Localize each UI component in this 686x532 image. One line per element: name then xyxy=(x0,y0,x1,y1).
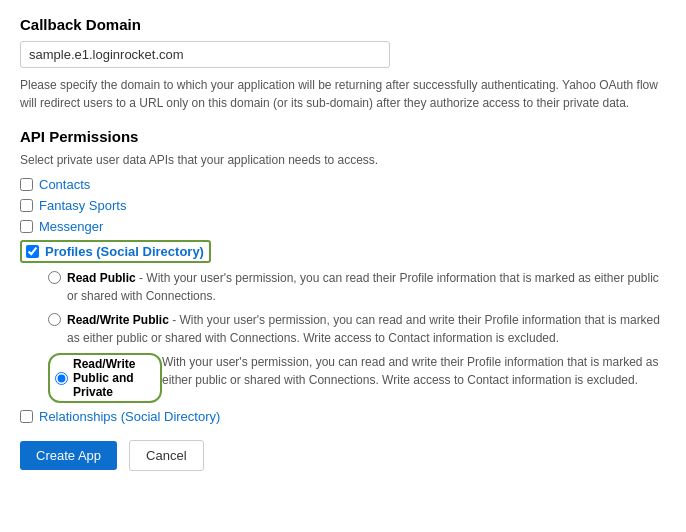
read-public-bold: Read Public xyxy=(67,271,136,285)
read-public-label[interactable]: Read Public - With your user's permissio… xyxy=(67,269,666,305)
contacts-label[interactable]: Contacts xyxy=(39,177,90,192)
read-public-radio[interactable] xyxy=(48,271,61,284)
profiles-checkbox[interactable] xyxy=(26,245,39,258)
suboption-read-write-public: Read/Write Public - With your user's per… xyxy=(48,311,666,347)
fantasy-sports-checkbox[interactable] xyxy=(20,199,33,212)
suboption-read-write-private: Read/Write Public and Private With your … xyxy=(48,353,666,405)
api-permissions-section: API Permissions Select private user data… xyxy=(20,128,666,424)
read-write-public-radio[interactable] xyxy=(48,313,61,326)
profiles-highlight-box: Profiles (Social Directory) xyxy=(20,240,211,263)
callback-domain-input[interactable] xyxy=(20,41,390,68)
callback-domain-title: Callback Domain xyxy=(20,16,666,33)
api-permissions-subtitle: Select private user data APIs that your … xyxy=(20,153,666,167)
read-write-private-bold[interactable]: Read/Write Public and Private xyxy=(73,357,152,399)
permission-item-contacts: Contacts xyxy=(20,177,666,192)
create-app-button[interactable]: Create App xyxy=(20,441,117,470)
messenger-checkbox[interactable] xyxy=(20,220,33,233)
callback-domain-section: Callback Domain Please specify the domai… xyxy=(20,16,666,112)
read-write-private-radio[interactable] xyxy=(55,372,68,385)
permission-item-fantasy-sports: Fantasy Sports xyxy=(20,198,666,213)
callback-description: Please specify the domain to which your … xyxy=(20,76,660,112)
cancel-button[interactable]: Cancel xyxy=(129,440,203,471)
read-write-public-bold: Read/Write Public xyxy=(67,313,169,327)
messenger-label[interactable]: Messenger xyxy=(39,219,103,234)
button-row: Create App Cancel xyxy=(20,440,666,471)
contacts-checkbox[interactable] xyxy=(20,178,33,191)
read-write-public-label[interactable]: Read/Write Public - With your user's per… xyxy=(67,311,666,347)
read-public-desc: - With your user's permission, you can r… xyxy=(67,271,659,303)
relationships-label[interactable]: Relationships (Social Directory) xyxy=(39,409,220,424)
read-write-private-desc: With your user's permission, you can rea… xyxy=(162,353,666,389)
profiles-suboptions: Read Public - With your user's permissio… xyxy=(48,269,666,405)
api-permissions-title: API Permissions xyxy=(20,128,666,145)
permission-item-profiles: Profiles (Social Directory) xyxy=(20,240,666,263)
read-write-private-highlight-box: Read/Write Public and Private xyxy=(48,353,162,403)
suboption-read-public: Read Public - With your user's permissio… xyxy=(48,269,666,305)
fantasy-sports-label[interactable]: Fantasy Sports xyxy=(39,198,126,213)
profiles-label[interactable]: Profiles (Social Directory) xyxy=(45,244,204,259)
permission-item-messenger: Messenger xyxy=(20,219,666,234)
permission-item-relationships: Relationships (Social Directory) xyxy=(20,409,666,424)
relationships-checkbox[interactable] xyxy=(20,410,33,423)
